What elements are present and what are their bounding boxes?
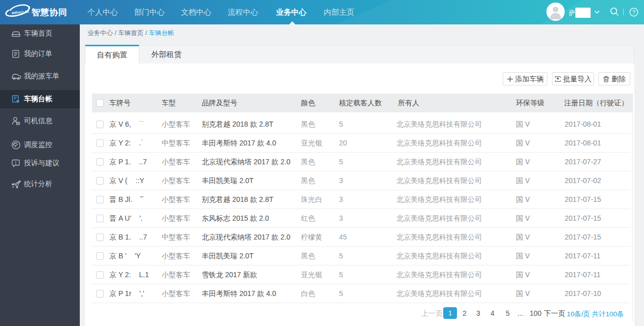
svg-text:?: ? bbox=[632, 9, 635, 15]
svg-text:MIRACLES: MIRACLES bbox=[11, 10, 29, 15]
